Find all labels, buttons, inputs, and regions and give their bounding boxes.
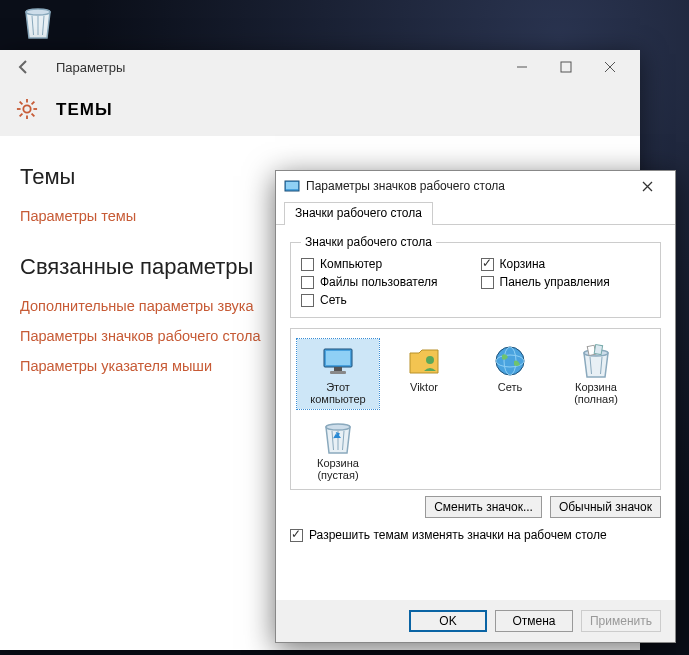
close-icon (604, 61, 616, 73)
gear-icon (16, 98, 38, 123)
icon-item-network[interactable]: Сеть (469, 339, 551, 409)
icon-item-label: Этот компьютер (299, 381, 377, 405)
globe-icon (492, 343, 528, 379)
folder-user-icon (406, 343, 442, 379)
monitor-icon (320, 343, 356, 379)
svg-point-19 (23, 105, 30, 112)
icon-item-viktor[interactable]: Viktor (383, 339, 465, 409)
allow-themes-label: Разрешить темам изменять значки на рабоч… (309, 528, 607, 542)
close-button[interactable] (588, 51, 632, 83)
icon-item-this-computer[interactable]: Этот компьютер (297, 339, 379, 409)
checkbox-network[interactable]: Сеть (301, 293, 471, 307)
allow-themes-input[interactable] (290, 529, 303, 542)
dialog-footer: OK Отмена Применить (276, 600, 675, 642)
checkbox-label: Панель управления (500, 275, 610, 289)
svg-rect-18 (561, 62, 571, 72)
dialog-body: Значки рабочего стола Компьютер Корзина … (276, 225, 675, 600)
minimize-icon (516, 61, 528, 73)
checkbox-label: Сеть (320, 293, 347, 307)
checkbox-user-files-input[interactable] (301, 276, 314, 289)
group-legend: Значки рабочего стола (301, 235, 436, 249)
back-button[interactable] (8, 51, 40, 83)
settings-titlebar: Параметры (0, 50, 640, 84)
allow-themes-checkbox[interactable]: Разрешить темам изменять значки на рабоч… (290, 528, 661, 542)
svg-line-25 (32, 113, 35, 116)
icon-item-label: Корзина (полная) (557, 381, 635, 405)
desktop-icon-dialog: Параметры значков рабочего стола Значки … (275, 170, 676, 643)
checkbox-recycle[interactable]: Корзина (481, 257, 651, 271)
checkbox-user-files[interactable]: Файлы пользователя (301, 275, 471, 289)
bin-full-icon (578, 343, 614, 379)
checkbox-recycle-input[interactable] (481, 258, 494, 271)
icon-item-recycle-full[interactable]: Корзина (полная) (555, 339, 637, 409)
dialog-tabs: Значки рабочего стола (276, 201, 675, 225)
arrow-left-icon (15, 58, 33, 76)
bin-empty-icon (320, 419, 356, 455)
minimize-button[interactable] (500, 51, 544, 83)
change-icon-button[interactable]: Сменить значок... (425, 496, 542, 518)
icon-item-label: Viktor (385, 381, 463, 393)
dialog-icon (284, 178, 300, 194)
settings-window-title: Параметры (56, 60, 125, 75)
tab-desktop-icons[interactable]: Значки рабочего стола (284, 202, 433, 225)
checkbox-label: Компьютер (320, 257, 382, 271)
icon-preview-box: Этот компьютерViktorСетьКорзина (полная)… (290, 328, 661, 490)
settings-header-title: ТЕМЫ (56, 100, 113, 120)
checkbox-label: Файлы пользователя (320, 275, 437, 289)
checkbox-computer[interactable]: Компьютер (301, 257, 471, 271)
icon-item-recycle-empty[interactable]: Корзина (пустая) (297, 415, 379, 485)
settings-header: ТЕМЫ (0, 84, 640, 136)
dialog-title: Параметры значков рабочего стола (306, 179, 505, 193)
maximize-icon (560, 61, 572, 73)
desktop-recycle-bin[interactable] (14, 4, 62, 42)
group-desktop-icons: Значки рабочего стола Компьютер Корзина … (290, 235, 661, 318)
apply-button[interactable]: Применить (581, 610, 661, 632)
checkbox-computer-input[interactable] (301, 258, 314, 271)
dialog-close-button[interactable] (627, 172, 667, 200)
close-icon (642, 181, 653, 192)
icon-item-label: Корзина (пустая) (299, 457, 377, 481)
cancel-button[interactable]: Отмена (495, 610, 573, 632)
svg-line-26 (20, 113, 23, 116)
svg-line-27 (32, 101, 35, 104)
checkbox-control-panel-input[interactable] (481, 276, 494, 289)
dialog-titlebar: Параметры значков рабочего стола (276, 171, 675, 201)
svg-rect-29 (286, 182, 298, 189)
checkbox-label: Корзина (500, 257, 546, 271)
ok-button[interactable]: OK (409, 610, 487, 632)
maximize-button[interactable] (544, 51, 588, 83)
checkbox-control-panel[interactable]: Панель управления (481, 275, 651, 289)
svg-line-24 (20, 101, 23, 104)
bin-empty-icon (20, 4, 56, 40)
checkbox-network-input[interactable] (301, 294, 314, 307)
default-icon-button[interactable]: Обычный значок (550, 496, 661, 518)
icon-item-label: Сеть (471, 381, 549, 393)
